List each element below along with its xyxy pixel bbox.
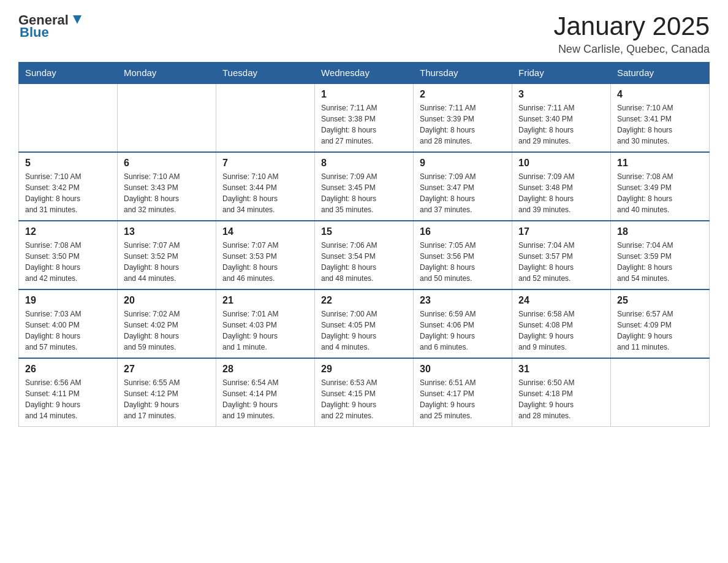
day-info: Sunrise: 7:10 AM Sunset: 3:42 PM Dayligh… [25,171,111,215]
calendar-cell: 2Sunrise: 7:11 AM Sunset: 3:39 PM Daylig… [414,83,512,152]
week-row-4: 19Sunrise: 7:03 AM Sunset: 4:00 PM Dayli… [19,289,710,358]
day-number: 12 [25,226,111,237]
title-section: January 2025 New Carlisle, Quebec, Canad… [553,12,710,56]
calendar-cell: 8Sunrise: 7:09 AM Sunset: 3:45 PM Daylig… [315,152,414,221]
day-info: Sunrise: 7:06 AM Sunset: 3:54 PM Dayligh… [321,240,407,284]
logo: General Blue [18,12,84,40]
calendar-cell: 20Sunrise: 7:02 AM Sunset: 4:02 PM Dayli… [118,289,216,358]
page-header: General Blue January 2025 New Carlisle, … [18,12,710,56]
calendar-header-row: SundayMondayTuesdayWednesdayThursdayFrid… [19,63,710,84]
day-number: 29 [321,364,407,375]
calendar-cell [611,358,710,427]
day-info: Sunrise: 6:55 AM Sunset: 4:12 PM Dayligh… [124,377,210,421]
day-number: 2 [420,89,506,100]
calendar-cell: 24Sunrise: 6:58 AM Sunset: 4:08 PM Dayli… [512,289,611,358]
day-info: Sunrise: 7:10 AM Sunset: 3:44 PM Dayligh… [222,171,308,215]
calendar-cell: 25Sunrise: 6:57 AM Sunset: 4:09 PM Dayli… [611,289,710,358]
day-number: 10 [518,158,604,169]
calendar-cell: 7Sunrise: 7:10 AM Sunset: 3:44 PM Daylig… [216,152,315,221]
day-info: Sunrise: 6:53 AM Sunset: 4:15 PM Dayligh… [321,377,407,421]
day-number: 30 [420,364,506,375]
day-info: Sunrise: 7:04 AM Sunset: 3:57 PM Dayligh… [518,240,604,284]
day-info: Sunrise: 7:09 AM Sunset: 3:48 PM Dayligh… [518,171,604,215]
calendar-header-sunday: Sunday [19,63,118,84]
logo-text-blue: Blue [20,25,49,40]
day-info: Sunrise: 6:57 AM Sunset: 4:09 PM Dayligh… [617,308,703,353]
calendar-cell: 22Sunrise: 7:00 AM Sunset: 4:05 PM Dayli… [315,289,414,358]
day-number: 13 [124,226,210,237]
day-number: 1 [321,89,407,100]
calendar-header-tuesday: Tuesday [216,63,315,84]
day-info: Sunrise: 7:02 AM Sunset: 4:02 PM Dayligh… [124,308,210,353]
calendar-cell: 5Sunrise: 7:10 AM Sunset: 3:42 PM Daylig… [19,152,118,221]
calendar-header-wednesday: Wednesday [315,63,414,84]
calendar-cell: 17Sunrise: 7:04 AM Sunset: 3:57 PM Dayli… [512,221,611,289]
calendar-cell: 12Sunrise: 7:08 AM Sunset: 3:50 PM Dayli… [19,221,118,289]
calendar-cell: 9Sunrise: 7:09 AM Sunset: 3:47 PM Daylig… [414,152,512,221]
day-info: Sunrise: 6:59 AM Sunset: 4:06 PM Dayligh… [420,308,506,353]
calendar-header-friday: Friday [512,63,611,84]
svg-marker-0 [73,15,82,24]
calendar-cell: 10Sunrise: 7:09 AM Sunset: 3:48 PM Dayli… [512,152,611,221]
day-number: 3 [518,89,604,100]
day-number: 22 [321,295,407,306]
calendar-cell [19,83,118,152]
day-number: 8 [321,158,407,169]
calendar-cell: 31Sunrise: 6:50 AM Sunset: 4:18 PM Dayli… [512,358,611,427]
day-info: Sunrise: 7:11 AM Sunset: 3:40 PM Dayligh… [518,102,604,147]
day-info: Sunrise: 6:50 AM Sunset: 4:18 PM Dayligh… [518,377,604,421]
calendar-cell: 26Sunrise: 6:56 AM Sunset: 4:11 PM Dayli… [19,358,118,427]
calendar-cell: 6Sunrise: 7:10 AM Sunset: 3:43 PM Daylig… [118,152,216,221]
day-number: 17 [518,226,604,237]
day-info: Sunrise: 7:08 AM Sunset: 3:49 PM Dayligh… [617,171,703,215]
day-number: 14 [222,226,308,237]
day-number: 20 [124,295,210,306]
day-info: Sunrise: 6:51 AM Sunset: 4:17 PM Dayligh… [420,377,506,421]
day-info: Sunrise: 7:09 AM Sunset: 3:45 PM Dayligh… [321,171,407,215]
day-number: 26 [25,364,111,375]
calendar-cell: 19Sunrise: 7:03 AM Sunset: 4:00 PM Dayli… [19,289,118,358]
day-info: Sunrise: 7:01 AM Sunset: 4:03 PM Dayligh… [222,308,308,353]
calendar-cell: 29Sunrise: 6:53 AM Sunset: 4:15 PM Dayli… [315,358,414,427]
day-info: Sunrise: 7:07 AM Sunset: 3:52 PM Dayligh… [124,240,210,284]
week-row-3: 12Sunrise: 7:08 AM Sunset: 3:50 PM Dayli… [19,221,710,289]
calendar-cell [118,83,216,152]
day-number: 27 [124,364,210,375]
calendar-cell: 16Sunrise: 7:05 AM Sunset: 3:56 PM Dayli… [414,221,512,289]
day-info: Sunrise: 7:11 AM Sunset: 3:39 PM Dayligh… [420,102,506,147]
calendar-cell [216,83,315,152]
day-info: Sunrise: 7:10 AM Sunset: 3:41 PM Dayligh… [617,102,703,147]
calendar-cell: 14Sunrise: 7:07 AM Sunset: 3:53 PM Dayli… [216,221,315,289]
day-number: 9 [420,158,506,169]
calendar-table: SundayMondayTuesdayWednesdayThursdayFrid… [18,62,710,427]
calendar-cell: 28Sunrise: 6:54 AM Sunset: 4:14 PM Dayli… [216,358,315,427]
day-number: 31 [518,364,604,375]
day-number: 28 [222,364,308,375]
calendar-cell: 13Sunrise: 7:07 AM Sunset: 3:52 PM Dayli… [118,221,216,289]
week-row-1: 1Sunrise: 7:11 AM Sunset: 3:38 PM Daylig… [19,83,710,152]
day-info: Sunrise: 7:07 AM Sunset: 3:53 PM Dayligh… [222,240,308,284]
day-number: 6 [124,158,210,169]
day-number: 15 [321,226,407,237]
day-number: 4 [617,89,703,100]
day-info: Sunrise: 6:56 AM Sunset: 4:11 PM Dayligh… [25,377,111,421]
day-info: Sunrise: 6:58 AM Sunset: 4:08 PM Dayligh… [518,308,604,353]
day-number: 25 [617,295,703,306]
location: New Carlisle, Quebec, Canada [553,43,710,56]
day-info: Sunrise: 7:10 AM Sunset: 3:43 PM Dayligh… [124,171,210,215]
day-number: 19 [25,295,111,306]
calendar-header-thursday: Thursday [414,63,512,84]
calendar-cell: 23Sunrise: 6:59 AM Sunset: 4:06 PM Dayli… [414,289,512,358]
day-number: 23 [420,295,506,306]
calendar-cell: 21Sunrise: 7:01 AM Sunset: 4:03 PM Dayli… [216,289,315,358]
day-number: 7 [222,158,308,169]
calendar-cell: 3Sunrise: 7:11 AM Sunset: 3:40 PM Daylig… [512,83,611,152]
day-number: 11 [617,158,703,169]
calendar-header-monday: Monday [118,63,216,84]
month-title: January 2025 [553,12,710,40]
day-number: 16 [420,226,506,237]
week-row-2: 5Sunrise: 7:10 AM Sunset: 3:42 PM Daylig… [19,152,710,221]
calendar-cell: 30Sunrise: 6:51 AM Sunset: 4:17 PM Dayli… [414,358,512,427]
day-info: Sunrise: 7:08 AM Sunset: 3:50 PM Dayligh… [25,240,111,284]
day-number: 5 [25,158,111,169]
